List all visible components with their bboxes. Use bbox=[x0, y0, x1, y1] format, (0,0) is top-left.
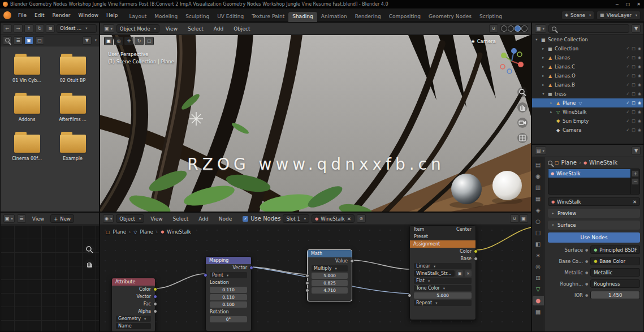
image-editor-menu-view[interactable]: View bbox=[28, 215, 48, 223]
tab-compositing[interactable]: Compositing bbox=[385, 12, 425, 22]
zoom-icon[interactable] bbox=[84, 244, 94, 255]
breadcrumb-object[interactable]: Plane bbox=[561, 159, 577, 166]
outliner-row[interactable]: ▸ ▽ WineStalk ✓□◉ bbox=[532, 107, 643, 117]
unlink-icon[interactable]: ✕ bbox=[465, 270, 472, 277]
display-vertical-list-button[interactable]: ☰ bbox=[14, 36, 23, 45]
shader-type-dropdown[interactable]: Object ▾ bbox=[116, 214, 144, 223]
material-slot-active[interactable]: ● WineStalk bbox=[548, 169, 630, 178]
pin-icon[interactable]: ⊙ bbox=[357, 214, 366, 223]
socket-value-input[interactable] bbox=[305, 281, 309, 285]
outliner-row[interactable]: ▸ ▲ Lianas.B ✓□◉ bbox=[532, 80, 643, 89]
location-z-field[interactable]: 0.100 bbox=[210, 301, 247, 308]
metallic-field[interactable]: Metallic bbox=[590, 268, 640, 277]
viewport-visibility-icon[interactable]: □ bbox=[632, 74, 636, 78]
camera-view-icon[interactable] bbox=[517, 118, 528, 128]
math-value1-field[interactable]: 5.000 bbox=[312, 273, 348, 279]
folder-item[interactable]: 02 Otuit BP bbox=[51, 57, 94, 83]
location-x-field[interactable]: 0.110 bbox=[210, 287, 247, 293]
mapping-type-dropdown[interactable]: Point ▾ bbox=[210, 272, 247, 278]
viewlayer-tab-icon[interactable]: ▦ bbox=[533, 194, 544, 204]
socket-value-input[interactable] bbox=[305, 274, 309, 278]
node-mapping[interactable]: Mapping Vector Point ▾ Location 0.110 0.… bbox=[205, 256, 252, 331]
viewport-visibility-icon[interactable]: □ bbox=[632, 128, 636, 132]
breadcrumb-material[interactable]: WineStalk bbox=[589, 159, 617, 166]
hamburger-menu-icon[interactable]: ☰ bbox=[17, 214, 26, 223]
socket-base-output[interactable] bbox=[474, 257, 478, 261]
wireframe-shading-button[interactable] bbox=[501, 25, 507, 32]
image-editor-canvas[interactable] bbox=[1, 225, 99, 331]
folder-item[interactable]: 01 Vin Cyb... bbox=[5, 57, 49, 83]
expander-icon[interactable]: ▾ bbox=[541, 92, 546, 96]
cursor-tool[interactable]: ◎ bbox=[114, 37, 123, 45]
toggle-grid-icon[interactable] bbox=[517, 133, 528, 143]
shader-menu-add[interactable]: Add bbox=[195, 215, 212, 223]
shader-menu-node[interactable]: Node bbox=[215, 215, 236, 223]
world-tab-icon[interactable]: ○ bbox=[533, 217, 544, 226]
snap-magnet-button[interactable]: ∪ bbox=[489, 24, 498, 33]
shader-menu-select[interactable]: Select bbox=[169, 215, 193, 223]
slot-dropdown[interactable]: Slot 1 ▾ bbox=[283, 214, 309, 223]
maximize-button[interactable]: □ bbox=[623, 2, 633, 7]
selectable-icon[interactable]: ✓ bbox=[626, 83, 629, 87]
material-tab-icon[interactable]: ● bbox=[533, 296, 544, 305]
viewport-canvas[interactable]: ▣ ◎ ✛ ↻ ▢ User Perspective (1) Scene Col… bbox=[100, 35, 531, 212]
socket-color-output[interactable] bbox=[474, 249, 478, 253]
tab-shading[interactable]: Shading bbox=[288, 12, 317, 22]
use-nodes-button[interactable]: Use Nodes bbox=[548, 232, 640, 243]
editor-type-button[interactable]: ▣▾ bbox=[103, 24, 114, 33]
shader-menu-view[interactable]: View bbox=[146, 215, 166, 223]
menu-help[interactable]: Help bbox=[102, 11, 122, 19]
object-data-tab-icon[interactable]: ▽ bbox=[533, 284, 544, 294]
render-visibility-icon[interactable]: ◉ bbox=[638, 110, 641, 114]
viewport-visibility-icon[interactable]: □ bbox=[632, 83, 636, 87]
new-image-button[interactable]: + New bbox=[50, 214, 74, 223]
move-tool[interactable]: ✛ bbox=[124, 37, 133, 45]
use-nodes-toggle[interactable]: ✓ Use Nodes bbox=[243, 215, 280, 222]
node-attribute[interactable]: Attribute Color Vector Fac Alpha Geometr… bbox=[111, 278, 155, 332]
tool-tab-icon[interactable]: ▤ bbox=[533, 160, 544, 170]
forward-button[interactable]: → bbox=[14, 24, 23, 33]
socket-vector-input[interactable] bbox=[204, 273, 208, 277]
color-space-dropdown[interactable]: Tone Color ▾ bbox=[414, 285, 472, 291]
folder-item[interactable]: Addons bbox=[5, 96, 49, 122]
node-header[interactable]: Assignment bbox=[410, 240, 476, 248]
navigation-gizmo[interactable] bbox=[497, 46, 526, 76]
math-value3-field[interactable]: 4.710 bbox=[312, 287, 348, 294]
tab-animation[interactable]: Animation bbox=[317, 12, 351, 22]
render-visibility-icon[interactable]: ◉ bbox=[638, 55, 641, 60]
outliner-search[interactable] bbox=[548, 24, 629, 33]
scene-selector[interactable]: ◈ Scene ▾ bbox=[561, 11, 594, 20]
filter-button[interactable]: ▼ bbox=[632, 24, 641, 33]
folder-item[interactable]: Afterfilms ... bbox=[51, 96, 94, 122]
overlays-button[interactable]: ▣ bbox=[519, 214, 528, 223]
folder-item[interactable]: Example bbox=[51, 135, 94, 161]
output-tab-icon[interactable]: ▥ bbox=[533, 183, 544, 192]
outliner-row-selected[interactable]: ▸ ▲ Plane ▽ ✓□◉ bbox=[532, 98, 643, 107]
socket-alpha-output[interactable] bbox=[153, 309, 157, 313]
menu-window[interactable]: Window bbox=[75, 11, 103, 19]
tab-rendering[interactable]: Rendering bbox=[351, 12, 385, 22]
menu-edit[interactable]: Edit bbox=[31, 11, 48, 19]
viewport-visibility-icon[interactable]: □ bbox=[632, 64, 636, 69]
expander-icon[interactable]: ▸ bbox=[541, 64, 546, 69]
viewlayer-selector[interactable]: ▦ ViewLayer ▾ bbox=[597, 11, 641, 20]
duplicate-icon[interactable]: ▣ bbox=[456, 270, 463, 277]
selectable-icon[interactable]: ✓ bbox=[626, 92, 629, 96]
unlink-icon[interactable]: ✕ bbox=[633, 199, 637, 205]
viewport-menu-object[interactable]: Object bbox=[230, 25, 254, 33]
menu-render[interactable]: Render bbox=[49, 11, 75, 19]
pan-hand-icon[interactable] bbox=[517, 102, 528, 113]
math-value2-field[interactable]: 0.825 bbox=[312, 280, 348, 286]
viewport-visibility-icon[interactable]: □ bbox=[632, 119, 636, 123]
outliner-row[interactable]: ◆ Camera ✓□◉ bbox=[532, 126, 643, 135]
editor-type-button[interactable]: ◉▾ bbox=[103, 214, 114, 223]
display-thumbnail-button[interactable]: ▣ bbox=[24, 36, 33, 45]
base-color-field[interactable]: ● Base Color bbox=[590, 257, 640, 265]
tab-geometry-nodes[interactable]: Geometry Nodes bbox=[425, 12, 476, 22]
tab-scripting[interactable]: Scripting bbox=[476, 12, 506, 22]
outliner-row[interactable]: ▸ ▦ Collection ✓□◉ bbox=[532, 44, 643, 53]
outliner-row-scene-collection[interactable]: ▾ ▦ Scene Collection bbox=[532, 35, 643, 44]
tab-sculpting[interactable]: Sculpting bbox=[181, 12, 213, 22]
socket-fac-output[interactable] bbox=[153, 302, 157, 306]
render-visibility-icon[interactable]: ◉ bbox=[638, 83, 641, 87]
